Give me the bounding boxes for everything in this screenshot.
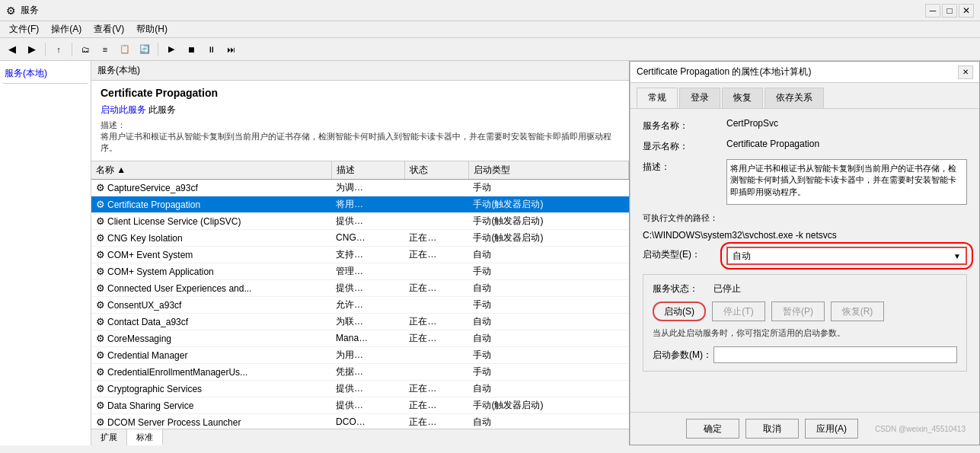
start-button[interactable]: 启动(S) (653, 301, 706, 321)
maximize-button[interactable]: □ (942, 4, 957, 18)
service-icon: ⚙ (96, 215, 105, 227)
stop-button[interactable]: 停止(T) (712, 301, 765, 321)
table-row[interactable]: ⚙Data Sharing Service提供…正在…手动(触发器启动) (91, 397, 629, 413)
table-row[interactable]: ⚙Credential Manager为用…手动 (91, 346, 629, 363)
tab-dependencies[interactable]: 依存关系 (765, 88, 824, 108)
desc-label: 描述： (643, 159, 726, 174)
service-icon: ⚙ (96, 182, 105, 193)
display-name-value: Certificate Propagation (726, 139, 967, 149)
display-name-label: 显示名称： (643, 139, 726, 153)
col-header-desc[interactable]: 描述 (331, 161, 404, 180)
watermark: CSDN @weixin_45510413 (870, 423, 970, 435)
show-hide-list[interactable]: ≡ (96, 41, 114, 58)
tab-recovery[interactable]: 恢复 (722, 88, 763, 108)
table-row[interactable]: ⚙DCOM Server Process LauncherDCO…正在…自动 (91, 413, 629, 429)
table-row[interactable]: ⚙CaptureService_a93cf为调…手动 (91, 179, 629, 196)
service-icon: ⚙ (96, 266, 105, 277)
table-row[interactable]: ⚙Cryptographic Services提供…正在…自动 (91, 380, 629, 397)
start-link-text[interactable]: 启动此服务 (101, 104, 146, 115)
resume-button[interactable]: 恢复(R) (831, 301, 884, 321)
service-icon: ⚙ (96, 400, 105, 411)
param-input[interactable] (713, 346, 957, 363)
service-status-cell: 正在… (404, 380, 468, 397)
left-panel: 服务(本地) (0, 61, 91, 445)
play-btn[interactable]: ▶ (162, 41, 180, 58)
exe-path-row: 可执行文件的路径： (643, 211, 967, 224)
detail-desc-label: 描述： (101, 120, 620, 131)
startup-type-dropdown[interactable]: 自动 ▼ (726, 247, 967, 265)
table-row[interactable]: ⚙CredentialEnrollmentManagerUs...凭据…手动 (91, 363, 629, 380)
properties-dialog: Certificate Propagation 的属性(本地计算机) ✕ 常规 … (630, 61, 980, 445)
show-hide-tree[interactable]: 🗂 (76, 41, 94, 58)
table-row[interactable]: ⚙Certificate Propagation将用…手动(触发器启动) (91, 196, 629, 212)
stop-btn[interactable]: ⏹ (182, 41, 200, 58)
service-name-cell: ⚙DCOM Server Process Launcher (91, 413, 331, 429)
menu-file[interactable]: 文件(F) (3, 21, 45, 37)
selected-service-desc: 将用户证书和根证书从智能卡复制到当前用户的证书存储，检测智能卡何时插入到智能卡读… (101, 131, 620, 155)
service-icon: ⚙ (96, 199, 105, 210)
forward-button[interactable]: ▶ (23, 41, 41, 58)
col-header-name[interactable]: 名称 ▲ (91, 161, 331, 180)
status-value: 已停止 (713, 282, 741, 295)
service-startup-cell: 手动(触发器启动) (468, 196, 628, 212)
col-header-startup[interactable]: 启动类型 (468, 161, 628, 180)
startup-type-label: 启动类型(E)： (643, 247, 726, 261)
properties-btn[interactable]: 📋 (116, 41, 134, 58)
tab-general[interactable]: 常规 (637, 88, 678, 108)
table-row[interactable]: ⚙COM+ System Application管理…手动 (91, 263, 629, 279)
service-name-cell: ⚙Connected User Experiences and... (91, 279, 331, 296)
table-row[interactable]: ⚙Contact Data_a93cf为联…正在…自动 (91, 313, 629, 330)
back-button[interactable]: ◀ (3, 41, 21, 58)
pause-button[interactable]: 暂停(P) (771, 301, 825, 321)
up-button[interactable]: ↑ (49, 41, 68, 58)
service-desc-cell: 允许… (331, 296, 404, 313)
service-icon: ⚙ (96, 349, 105, 361)
services-panel-header: 服务(本地) (91, 61, 629, 81)
restart-btn[interactable]: ⏭ (222, 41, 240, 58)
refresh-btn[interactable]: 🔄 (136, 41, 154, 58)
service-status-cell: 正在… (404, 330, 468, 346)
close-button[interactable]: ✕ (959, 4, 974, 18)
desc-textarea[interactable]: 将用户证书和根证书从智能卡复制到当前用户的证书存储，检测智能卡何时插入到智能卡读… (726, 159, 967, 205)
tab-expand[interactable]: 扩展 (91, 429, 127, 445)
dialog-close-button[interactable]: ✕ (958, 65, 973, 79)
ok-button[interactable]: 确定 (686, 419, 739, 439)
service-name-row: 服务名称： CertPropSvc (643, 118, 967, 132)
dialog-title: Certificate Propagation 的属性(本地计算机) (637, 65, 811, 78)
apply-button[interactable]: 应用(A) (805, 419, 858, 439)
col-header-status[interactable]: 状态 (404, 161, 468, 180)
table-row[interactable]: ⚙CoreMessagingMana…正在…自动 (91, 330, 629, 346)
tab-standard[interactable]: 标准 (127, 429, 163, 445)
left-panel-header: 服务(本地) (3, 64, 88, 84)
table-row[interactable]: ⚙COM+ Event System支持…正在…自动 (91, 246, 629, 263)
start-service-link[interactable]: 启动此服务 此服务 (101, 104, 620, 116)
table-row[interactable]: ⚙Client License Service (ClipSVC)提供…手动(触… (91, 212, 629, 229)
service-name-cell: ⚙Cryptographic Services (91, 380, 331, 397)
dialog-bottom-buttons: 确定 取消 应用(A) CSDN @weixin_45510413 (630, 412, 979, 445)
services-table-container[interactable]: 名称 ▲ 描述 状态 启动类型 ⚙CaptureService_a93cf为调…… (91, 161, 629, 429)
tab-login[interactable]: 登录 (679, 88, 720, 108)
service-status-cell: 正在… (404, 397, 468, 413)
menu-help[interactable]: 帮助(H) (130, 21, 174, 37)
table-row[interactable]: ⚙Connected User Experiences and...提供…正在…… (91, 279, 629, 296)
service-desc-cell: 为用… (331, 346, 404, 363)
table-row[interactable]: ⚙ConsentUX_a93cf允许…手动 (91, 296, 629, 313)
service-startup-cell: 自动 (468, 413, 628, 429)
minimize-button[interactable]: ─ (925, 4, 940, 18)
service-status-section: 服务状态： 已停止 启动(S) 停止(T) 暂停(P) 恢复(R) 当从此处启动… (643, 274, 967, 372)
table-row[interactable]: ⚙CNG Key IsolationCNG…正在…手动(触发器启动) (91, 229, 629, 246)
service-name-cell: ⚙Certificate Propagation (91, 196, 331, 212)
services-panel-title: 服务(本地) (97, 64, 140, 77)
dropdown-arrow-icon: ▼ (953, 252, 961, 260)
service-startup-cell: 自动 (468, 279, 628, 296)
service-startup-cell: 自动 (468, 313, 628, 330)
pause-btn[interactable]: ⏸ (202, 41, 220, 58)
service-startup-cell: 手动 (468, 363, 628, 380)
service-detail: Certificate Propagation 启动此服务 此服务 描述： 将用… (91, 81, 629, 161)
menu-bar: 文件(F) 操作(A) 查看(V) 帮助(H) (0, 21, 980, 38)
service-name-cell: ⚙Data Sharing Service (91, 397, 331, 413)
dialog-title-bar: Certificate Propagation 的属性(本地计算机) ✕ (630, 62, 979, 83)
menu-action[interactable]: 操作(A) (45, 21, 88, 37)
cancel-button[interactable]: 取消 (745, 419, 799, 439)
menu-view[interactable]: 查看(V) (88, 21, 130, 37)
